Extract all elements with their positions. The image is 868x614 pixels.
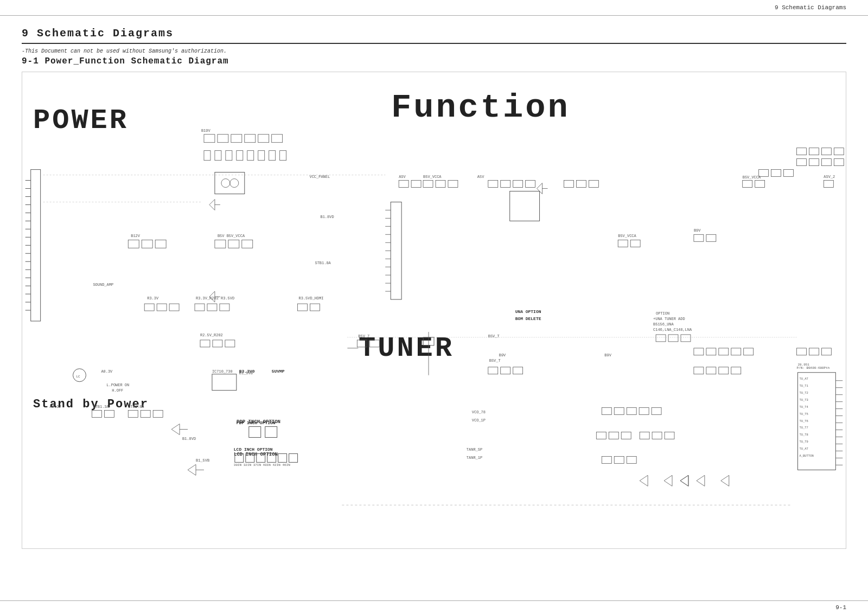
- svg-rect-145: [809, 348, 819, 355]
- svg-rect-226: [576, 181, 586, 188]
- svg-rect-81: [92, 411, 101, 418]
- svg-rect-22: [245, 135, 256, 143]
- svg-rect-102: [821, 148, 831, 155]
- svg-rect-74: [212, 374, 237, 391]
- svg-text:B1.8VD: B1.8VD: [320, 215, 334, 219]
- svg-text:30IN 32IN 37IN 40IN 42IN 46IN: 30IN 32IN 37IN 40IN 42IN 46IN: [234, 463, 290, 467]
- svg-rect-218: [694, 234, 704, 241]
- svg-rect-147: [694, 367, 704, 374]
- svg-text:TU_T3: TU_T3: [799, 398, 808, 402]
- svg-rect-143: [744, 348, 754, 355]
- svg-rect-26: [215, 151, 221, 161]
- svg-rect-238: [614, 456, 624, 463]
- svg-rect-230: [357, 340, 367, 347]
- svg-rect-63: [207, 304, 217, 311]
- svg-rect-142: [731, 348, 741, 355]
- svg-text:R3.5VD_HDMI: R3.5VD_HDMI: [299, 296, 324, 300]
- svg-text:VCO_1P: VCO_1P: [472, 418, 486, 423]
- svg-rect-100: [796, 148, 806, 155]
- svg-rect-215: [755, 181, 765, 188]
- svg-rect-84: [141, 411, 150, 418]
- section-title: 9 Schematic Diagrams: [22, 27, 846, 44]
- svg-text:H.OFF: H.OFF: [112, 388, 123, 393]
- svg-rect-161: [249, 427, 261, 438]
- svg-rect-0: [31, 170, 41, 321]
- svg-rect-95: [436, 181, 445, 188]
- svg-rect-222: [501, 181, 510, 188]
- svg-text:B9V: B9V: [604, 353, 611, 357]
- svg-rect-54: [242, 240, 253, 248]
- svg-rect-101: [809, 148, 819, 155]
- svg-marker-45: [188, 464, 196, 475]
- svg-rect-165: [246, 453, 254, 462]
- svg-text:B1_5VB: B1_5VB: [196, 458, 209, 463]
- svg-text:B5V_VCCA: B5V_VCCA: [743, 175, 761, 180]
- svg-rect-27: [226, 151, 232, 161]
- svg-text:B9V: B9V: [499, 353, 506, 357]
- svg-rect-69: [213, 340, 222, 347]
- svg-text:SOUND_AMP: SOUND_AMP: [93, 283, 113, 287]
- svg-rect-227: [589, 181, 598, 188]
- svg-text:LC: LC: [76, 375, 81, 379]
- svg-rect-153: [627, 408, 636, 415]
- svg-rect-28: [237, 151, 243, 161]
- svg-rect-225: [564, 181, 573, 188]
- schematic-diagram: POWER Function TUNER Stand by Power PDP …: [22, 72, 846, 549]
- svg-rect-103: [834, 148, 844, 155]
- svg-text:28.951: 28.951: [797, 363, 809, 367]
- svg-text:TU_T4: TU_T4: [799, 405, 808, 409]
- svg-rect-51: [155, 240, 166, 248]
- svg-rect-70: [225, 340, 235, 347]
- svg-rect-105: [809, 159, 819, 166]
- svg-text:TU_AT: TU_AT: [799, 447, 808, 451]
- svg-text:VCO_78: VCO_78: [472, 410, 486, 414]
- svg-rect-149: [719, 367, 729, 374]
- svg-rect-140: [706, 348, 716, 355]
- svg-text:BOM DELETE: BOM DELETE: [515, 316, 541, 321]
- svg-text:P/N: B9A90-680Pth: P/N: B9A90-680Pth: [796, 366, 829, 370]
- svg-text:R3.3V_R202 R3.5VD: R3.3V_R202 R3.5VD: [196, 296, 234, 300]
- svg-rect-162: [265, 427, 277, 438]
- document-notice: -This Document can not be used without S…: [22, 48, 846, 54]
- svg-text:B5V_T: B5V_T: [488, 334, 500, 338]
- svg-rect-239: [627, 456, 636, 463]
- svg-text:A5V: A5V: [477, 175, 484, 179]
- svg-rect-82: [104, 411, 114, 418]
- svg-text:TU_T1: TU_T1: [799, 384, 808, 388]
- svg-text:R2.5V_R202: R2.5V_R202: [200, 333, 223, 337]
- svg-rect-131: [656, 335, 666, 342]
- svg-rect-200: [596, 432, 606, 439]
- svg-rect-136: [488, 367, 498, 374]
- svg-rect-92: [399, 181, 409, 188]
- svg-rect-110: [784, 170, 794, 177]
- svg-rect-20: [218, 135, 228, 143]
- svg-rect-94: [423, 181, 433, 188]
- svg-rect-61: [169, 304, 179, 311]
- svg-point-35: [221, 179, 230, 188]
- schematic-svg: B19V VCC_PANEL: [22, 72, 846, 548]
- svg-text:OPTION: OPTION: [656, 311, 669, 316]
- header-title: 9 Schematic Diagrams: [775, 4, 846, 11]
- svg-text:STB1.8A: STB1.8A: [128, 405, 144, 409]
- svg-marker-241: [680, 475, 688, 486]
- svg-rect-49: [128, 240, 139, 248]
- svg-rect-111: [391, 202, 401, 299]
- svg-rect-202: [621, 432, 631, 439]
- svg-text:5UVMP: 5UVMP: [272, 369, 285, 374]
- svg-rect-66: [310, 304, 320, 311]
- svg-rect-168: [278, 453, 287, 462]
- page-header: 9 Schematic Diagrams: [0, 0, 868, 16]
- svg-rect-151: [602, 408, 611, 415]
- svg-text:B12V: B12V: [131, 234, 141, 238]
- svg-rect-237: [602, 456, 611, 463]
- svg-marker-160: [697, 475, 705, 486]
- svg-rect-141: [719, 348, 729, 355]
- svg-text:IC710_730: IC710_730: [212, 369, 233, 374]
- svg-rect-224: [526, 181, 535, 188]
- svg-rect-62: [195, 304, 205, 311]
- svg-rect-220: [510, 191, 540, 221]
- svg-rect-223: [513, 181, 523, 188]
- svg-rect-214: [743, 181, 752, 188]
- svg-rect-201: [609, 432, 618, 439]
- svg-rect-64: [220, 304, 229, 311]
